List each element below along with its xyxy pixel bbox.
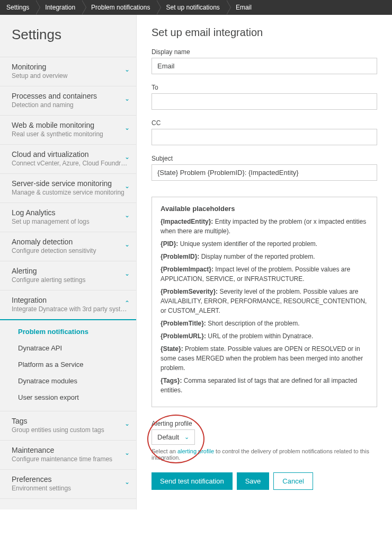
placeholder-row: {ImpactedEntity}: Entity impacted by the…: [161, 217, 368, 236]
breadcrumb-email[interactable]: Email: [226, 0, 258, 15]
placeholder-key: {ProblemURL}:: [161, 332, 206, 340]
nav-title: Server-side service monitoring: [12, 179, 129, 188]
chevron-down-icon: ⌄: [124, 449, 130, 456]
nav-subtitle: Group entities using custom tags: [12, 426, 129, 434]
placeholder-key: {ProblemTitle}:: [161, 320, 206, 327]
nav-subtitle: Manage & customize service monitoring: [12, 189, 129, 196]
nav-title: Anomaly detection: [12, 238, 129, 246]
nav-subtitle: Configure detection sensitivity: [12, 247, 129, 254]
breadcrumb-problem-notifications[interactable]: Problem notifications: [82, 0, 156, 15]
subnav-item-dynatrace-modules[interactable]: Dynatrace modules: [0, 373, 136, 389]
chevron-down-icon: ⌄: [124, 153, 130, 161]
alerting-profile-label: Alerting profile: [152, 420, 377, 427]
nav-subtitle: Set up management of logs: [12, 218, 129, 225]
nav-subtitle: Environment settings: [12, 485, 129, 492]
nav-title: Maintenance: [12, 446, 129, 454]
chevron-down-icon: ⌄: [124, 124, 130, 131]
nav-section-tags[interactable]: TagsGroup entities using custom tags⌄: [0, 411, 136, 440]
nav-section-preferences[interactable]: PreferencesEnvironment settings⌄: [0, 469, 136, 499]
breadcrumb: Settings Integration Problem notificatio…: [0, 0, 392, 15]
nav-subtitle: Configure alerting settings: [12, 276, 129, 284]
alerting-profile-link[interactable]: alerting profile: [177, 448, 214, 454]
nav-section-cloud-and-virtualization[interactable]: Cloud and virtualizationConnect vCenter,…: [0, 144, 136, 173]
chevron-down-icon: ⌄: [184, 434, 189, 441]
placeholder-key: {PID}:: [161, 240, 178, 248]
nav-title: Integration: [12, 296, 129, 304]
display-name-label: Display name: [152, 48, 377, 56]
nav-subtitle: Integrate Dynatrace with 3rd party syste…: [12, 305, 129, 313]
display-name-input[interactable]: [152, 58, 377, 74]
subnav-item-user-session-export[interactable]: User session export: [0, 389, 136, 406]
nav-section-alerting[interactable]: AlertingConfigure alerting settings⌄: [0, 261, 136, 290]
alerting-profile-value: Default: [157, 433, 179, 441]
placeholder-row: {State}: Problem state. Possible values …: [161, 344, 368, 373]
chevron-down-icon: ⌄: [124, 66, 130, 73]
placeholders-heading: Available placeholders: [161, 205, 368, 213]
placeholder-row: {ProblemTitle}: Short description of the…: [161, 319, 368, 328]
nav-section-monitoring[interactable]: MonitoringSetup and overview⌄: [0, 57, 136, 86]
chevron-down-icon: ⌄: [124, 299, 130, 306]
alerting-profile-group: Alerting profile Default ⌄ Select an ale…: [152, 420, 377, 461]
settings-sidebar: Settings MonitoringSetup and overview⌄Pr…: [0, 15, 137, 509]
nav-section-server-side-service-monitoring[interactable]: Server-side service monitoringManage & c…: [0, 173, 136, 203]
subnav-item-platform-as-a-service[interactable]: Platform as a Service: [0, 356, 136, 373]
nav-section-integration[interactable]: IntegrationIntegrate Dynatrace with 3rd …: [0, 290, 136, 320]
to-label: To: [152, 84, 377, 91]
placeholder-key: {ProblemSeverity}:: [161, 288, 218, 295]
chevron-down-icon: ⌄: [124, 270, 130, 277]
breadcrumb-integration[interactable]: Integration: [35, 0, 82, 15]
chevron-down-icon: ⌄: [124, 478, 130, 486]
nav-subtitle: Real user & synthetic monitoring: [12, 130, 129, 138]
subject-label: Subject: [152, 155, 377, 162]
nav-title: Log Analytics: [12, 208, 129, 217]
placeholder-row: {Tags}: Comma separated list of tags tha…: [161, 376, 368, 395]
nav-subtitle: Detection and naming: [12, 101, 129, 109]
nav-title: Monitoring: [12, 63, 129, 71]
placeholders-panel: Available placeholders {ImpactedEntity}:…: [152, 197, 377, 407]
nav-title: Cloud and virtualization: [12, 150, 129, 159]
chevron-down-icon: ⌄: [124, 420, 130, 427]
chevron-down-icon: ⌄: [124, 182, 130, 190]
chevron-down-icon: ⌄: [124, 241, 130, 248]
placeholder-row: {ProblemID}: Display number of the repor…: [161, 252, 368, 261]
placeholder-row: {ProblemURL}: URL of the problem within …: [161, 331, 368, 341]
breadcrumb-settings[interactable]: Settings: [0, 0, 35, 15]
alerting-profile-select[interactable]: Default ⌄: [152, 429, 195, 445]
placeholder-row: {ProblemImpact}: Impact level of the pro…: [161, 265, 368, 284]
placeholder-key: {ImpactedEntity}:: [161, 218, 213, 225]
placeholder-key: {ProblemID}:: [161, 253, 199, 260]
nav-title: Web & mobile monitoring: [12, 121, 129, 129]
cancel-button[interactable]: Cancel: [273, 472, 313, 490]
subnav: Problem notificationsDynatrace APIPlatfo…: [0, 320, 136, 411]
nav-title: Preferences: [12, 475, 129, 484]
breadcrumb-setup-notifications[interactable]: Set up notifications: [156, 0, 226, 15]
cc-input[interactable]: [152, 129, 377, 145]
cc-label: CC: [152, 119, 377, 127]
alerting-help-text: Select an alerting profile to control th…: [152, 448, 377, 461]
nav-section-maintenance[interactable]: MaintenanceConfigure maintenance time fr…: [0, 440, 136, 469]
nav-title: Processes and containers: [12, 92, 129, 100]
placeholder-key: {State}:: [161, 345, 183, 353]
subnav-item-dynatrace-api[interactable]: Dynatrace API: [0, 340, 136, 356]
nav-section-web-mobile-monitoring[interactable]: Web & mobile monitoringReal user & synth…: [0, 115, 136, 144]
chevron-down-icon: ⌄: [124, 95, 130, 102]
nav-title: Alerting: [12, 267, 129, 275]
nav-subtitle: Setup and overview: [12, 72, 129, 80]
save-button[interactable]: Save: [237, 472, 270, 490]
nav-subtitle: Connect vCenter, Azure, Cloud Foundry o…: [12, 160, 129, 167]
sidebar-heading: Settings: [0, 15, 136, 57]
subject-input[interactable]: [152, 164, 377, 181]
placeholder-key: {Tags}:: [161, 377, 182, 384]
nav-section-anomaly-detection[interactable]: Anomaly detectionConfigure detection sen…: [0, 232, 136, 261]
placeholder-row: {ProblemSeverity}: Severity level of the…: [161, 287, 368, 315]
page-title: Set up email integration: [152, 27, 377, 39]
subnav-item-problem-notifications[interactable]: Problem notifications: [0, 323, 136, 340]
placeholder-row: {PID}: Unique system identifier of the r…: [161, 239, 368, 249]
nav-section-log-analytics[interactable]: Log AnalyticsSet up management of logs⌄: [0, 203, 136, 232]
main-content: Set up email integration Display name To…: [137, 15, 392, 509]
to-input[interactable]: [152, 93, 377, 110]
placeholder-key: {ProblemImpact}:: [161, 266, 213, 273]
send-test-button[interactable]: Send test notification: [152, 472, 233, 490]
nav-subtitle: Configure maintenance time frames: [12, 455, 129, 463]
nav-section-processes-and-containers[interactable]: Processes and containersDetection and na…: [0, 86, 136, 115]
